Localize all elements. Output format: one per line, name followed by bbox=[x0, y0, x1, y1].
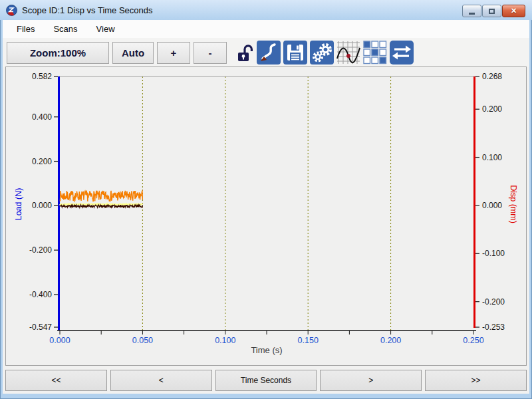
axis-mode-button[interactable]: Time Seconds bbox=[215, 370, 317, 391]
x-tick-label: 0.000 bbox=[49, 336, 70, 345]
right-tick-label: -0.200 bbox=[482, 297, 505, 307]
left-tick-label: -0.547 bbox=[29, 323, 52, 332]
right-tick-label: -0.253 bbox=[482, 323, 505, 332]
left-axis-title: Load (N) bbox=[14, 188, 23, 221]
app-window: Scope ID:1 Disp vs Time Seconds ✕ Files … bbox=[0, 0, 532, 399]
right-tick-label: 0.200 bbox=[482, 104, 502, 114]
x-tick-label: 0.200 bbox=[380, 336, 401, 345]
minimize-button[interactable] bbox=[462, 5, 481, 17]
x-tick-label: 0.150 bbox=[298, 336, 319, 345]
disp-trace bbox=[60, 205, 142, 207]
client-area: Files Scans View Zoom:100% Auto + - bbox=[3, 20, 529, 394]
title-bar: Scope ID:1 Disp vs Time Seconds ✕ bbox=[0, 0, 532, 20]
close-icon: ✕ bbox=[511, 7, 517, 15]
toolbar: Zoom:100% Auto + - bbox=[3, 38, 529, 67]
right-tick-label: 0.000 bbox=[482, 201, 502, 210]
right-tick-label: 0.100 bbox=[482, 153, 502, 162]
zoom-level-button[interactable]: Zoom:100% bbox=[7, 42, 109, 64]
layout-grid-icon[interactable] bbox=[362, 40, 388, 65]
auto-scale-button[interactable]: Auto bbox=[112, 42, 154, 64]
window-title: Scope ID:1 Disp vs Time Seconds bbox=[22, 5, 153, 15]
settings-gears-icon[interactable] bbox=[309, 40, 334, 65]
lock-open-icon[interactable] bbox=[236, 42, 255, 63]
previous-scan-button[interactable]: < bbox=[110, 370, 212, 391]
zoom-out-button[interactable]: - bbox=[194, 42, 227, 64]
window-controls: ✕ bbox=[462, 5, 525, 17]
signal-plot-icon[interactable] bbox=[336, 40, 361, 65]
menu-files[interactable]: Files bbox=[7, 21, 44, 37]
load-noise-trace bbox=[60, 191, 142, 201]
first-scan-button[interactable]: << bbox=[5, 370, 107, 391]
right-axis-title: Disp (mm) bbox=[509, 185, 518, 223]
x-tick-label: 0.050 bbox=[132, 336, 153, 345]
menu-bar: Files Scans View bbox=[3, 20, 529, 38]
next-scan-button[interactable]: > bbox=[320, 370, 422, 391]
left-tick-label: -0.400 bbox=[29, 290, 52, 299]
x-tick-label: 0.250 bbox=[463, 336, 483, 345]
save-disk-icon[interactable] bbox=[283, 40, 308, 65]
close-button[interactable]: ✕ bbox=[502, 5, 525, 17]
swap-arrows-icon[interactable] bbox=[389, 40, 414, 65]
left-tick-label: 0.000 bbox=[32, 201, 52, 210]
maximize-icon bbox=[489, 9, 495, 14]
menu-view[interactable]: View bbox=[87, 21, 124, 37]
zoom-in-button[interactable]: + bbox=[157, 42, 190, 64]
app-logo-icon bbox=[6, 5, 17, 16]
x-tick-label: 0.100 bbox=[215, 336, 235, 345]
last-scan-button[interactable]: >> bbox=[425, 370, 527, 391]
menu-scans[interactable]: Scans bbox=[44, 21, 86, 37]
scan-nav-bar: << < Time Seconds > >> bbox=[5, 370, 527, 391]
scope-chart: 0.0000.0500.1000.1500.2000.250Time (s)0.… bbox=[5, 66, 527, 366]
annotate-pen-icon[interactable] bbox=[256, 40, 281, 65]
left-tick-label: -0.200 bbox=[29, 245, 52, 255]
left-tick-label: 0.200 bbox=[32, 157, 52, 166]
maximize-button[interactable] bbox=[482, 5, 501, 17]
left-tick-label: 0.400 bbox=[32, 112, 52, 122]
right-tick-label: 0.268 bbox=[482, 72, 502, 81]
right-tick-label: -0.100 bbox=[482, 249, 505, 258]
left-tick-label: 0.582 bbox=[32, 72, 52, 81]
x-axis-title: Time (s) bbox=[251, 345, 282, 355]
minimize-icon bbox=[469, 13, 475, 15]
